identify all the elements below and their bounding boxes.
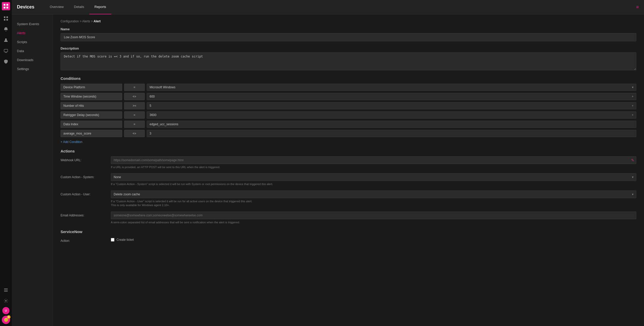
svg-rect-13 xyxy=(4,291,8,292)
svg-rect-3 xyxy=(6,7,8,8)
condition-row-0: Device Platform = Microsoft Windows ▾ xyxy=(61,84,636,91)
condition-btn-2[interactable]: + xyxy=(632,104,633,108)
create-ticket-checkbox[interactable] xyxy=(111,238,114,242)
breadcrumb: Configuration > Alerts > Alert xyxy=(61,20,636,23)
custom-system-hint: If a "Custom Action - System" script is … xyxy=(111,182,636,186)
condition-field-0: Device Platform xyxy=(61,84,122,91)
sidebar: System Events Alerts Scripts Data Downlo… xyxy=(12,14,53,326)
condition-row-3: Retrigger Delay (seconds) = 3600 + xyxy=(61,111,636,119)
custom-system-label: Custom Action - System: xyxy=(61,173,107,179)
actions-section: Actions Webhook URL: ✎ If a URL is provi… xyxy=(61,149,636,224)
custom-user-value: Delete zoom cache xyxy=(114,193,140,196)
condition-field-5: average_mos_score xyxy=(61,130,122,137)
condition-row-1: Time Window (seconds) <= 600 + xyxy=(61,93,636,100)
nav-list-icon[interactable] xyxy=(1,285,11,295)
header-right: ≡ xyxy=(636,4,639,10)
nav-devices-icon[interactable] xyxy=(1,46,11,55)
condition-field-1: Time Window (seconds) xyxy=(61,93,122,100)
custom-user-select[interactable]: Delete zoom cache ▾ xyxy=(111,190,636,198)
condition-op-1: <= xyxy=(124,93,145,100)
custom-user-arrow: ▾ xyxy=(632,193,633,196)
nav-users-icon[interactable] xyxy=(1,35,11,45)
sidebar-item-scripts[interactable]: Scripts xyxy=(12,37,53,46)
nav-details[interactable]: Details xyxy=(69,0,89,14)
name-label: Name xyxy=(61,27,636,31)
create-ticket-label[interactable]: Create ticket xyxy=(116,238,134,242)
email-input[interactable] xyxy=(111,212,636,219)
webhook-label: Webhook URL: xyxy=(61,156,107,162)
email-row: Email Addresses: A semi-colon separated … xyxy=(61,212,636,224)
custom-system-content: None ▾ If a "Custom Action - System" scr… xyxy=(111,173,636,186)
webhook-input[interactable] xyxy=(111,156,636,164)
create-ticket-row: Create ticket xyxy=(111,238,636,242)
badge-count: 8 xyxy=(7,315,11,319)
condition-row-5: average_mos_score <= 3 xyxy=(61,130,636,137)
add-condition-button[interactable]: + Add Condition xyxy=(61,140,82,144)
nav-alerts-icon[interactable] xyxy=(1,25,11,34)
custom-system-arrow: ▾ xyxy=(632,175,633,179)
webhook-row: Webhook URL: ✎ If a URL is provided, an … xyxy=(61,156,636,169)
sidebar-item-alerts[interactable]: Alerts xyxy=(12,28,53,37)
servicenow-section: ServiceNow Action: Create ticket xyxy=(61,229,636,243)
sidebar-item-settings[interactable]: Settings xyxy=(12,64,53,73)
condition-field-3: Retrigger Delay (seconds) xyxy=(61,111,122,119)
hamburger-icon[interactable]: ≡ xyxy=(636,4,639,10)
header-nav: Overview Details Reports xyxy=(45,0,636,14)
description-label: Description xyxy=(61,46,636,50)
custom-user-hint: If a "Custom Action - User" script is se… xyxy=(111,199,636,207)
email-hint: A semi-colon separated list of email add… xyxy=(111,220,636,224)
servicenow-action-label: Action: xyxy=(61,237,107,243)
condition-value-0[interactable]: Microsoft Windows ▾ xyxy=(147,84,636,91)
conditions-section: Conditions Device Platform = Microsoft W… xyxy=(61,76,636,144)
condition-field-4: Data Index xyxy=(61,121,122,128)
condition-btn-3[interactable]: + xyxy=(632,113,633,117)
breadcrumb-path: Configuration > Alerts > xyxy=(61,20,94,23)
name-group: Name xyxy=(61,27,636,41)
condition-op-0: = xyxy=(124,84,145,91)
servicenow-title: ServiceNow xyxy=(61,229,636,234)
condition-row-4: Data Index = edged_ucc_sessions xyxy=(61,121,636,128)
description-textarea[interactable]: Detect if the MOS score is =< 3 and if s… xyxy=(61,52,636,70)
svg-point-14 xyxy=(5,300,7,302)
nav-reports[interactable]: Reports xyxy=(89,0,111,14)
condition-value-2: 5 + xyxy=(147,102,636,109)
body-layout: System Events Alerts Scripts Data Downlo… xyxy=(12,14,644,326)
custom-system-select[interactable]: None ▾ xyxy=(111,173,636,181)
servicenow-action-content: Create ticket xyxy=(111,237,636,242)
svg-rect-9 xyxy=(4,49,8,52)
webhook-input-wrapper: ✎ xyxy=(111,156,636,164)
svg-rect-6 xyxy=(4,19,5,21)
svg-rect-2 xyxy=(4,7,5,8)
condition-field-2: Number of Hits xyxy=(61,102,122,109)
app-logo xyxy=(2,2,10,10)
notification-badge[interactable]: 😊 8 xyxy=(2,316,10,324)
sidebar-item-downloads[interactable]: Downloads xyxy=(12,55,53,64)
nav-settings-icon[interactable] xyxy=(1,296,11,305)
condition-op-4: = xyxy=(124,121,145,128)
nav-dashboard-icon[interactable] xyxy=(1,14,11,23)
sidebar-item-data[interactable]: Data xyxy=(12,46,53,55)
servicenow-action-row: Action: Create ticket xyxy=(61,237,636,243)
svg-rect-7 xyxy=(6,19,8,21)
custom-user-row: Custom Action - User: Delete zoom cache … xyxy=(61,190,636,207)
nav-overview[interactable]: Overview xyxy=(45,0,69,14)
user-avatar[interactable]: U xyxy=(2,307,9,314)
condition-btn-1[interactable]: + xyxy=(632,95,633,98)
condition-value-3: 3600 + xyxy=(147,111,636,119)
svg-rect-12 xyxy=(4,290,8,290)
condition-op-3: = xyxy=(124,111,145,119)
description-group: Description Detect if the MOS score is =… xyxy=(61,46,636,71)
nav-shield-icon[interactable] xyxy=(1,57,11,66)
custom-system-value: None xyxy=(114,175,121,179)
condition-value-text-0: Microsoft Windows xyxy=(150,85,175,89)
content-area: Configuration > Alerts > Alert Name Desc… xyxy=(53,14,644,326)
custom-user-label: Custom Action - User: xyxy=(61,190,107,196)
condition-op-2: >= xyxy=(124,102,145,109)
name-input[interactable] xyxy=(61,33,636,41)
breadcrumb-current: Alert xyxy=(94,20,101,23)
actions-title: Actions xyxy=(61,149,636,153)
webhook-hint: If a URL is provided, an HTTP POST will … xyxy=(111,165,636,169)
page-title: Devices xyxy=(17,4,34,10)
svg-rect-11 xyxy=(4,289,8,289)
sidebar-item-system-events[interactable]: System Events xyxy=(12,20,53,28)
